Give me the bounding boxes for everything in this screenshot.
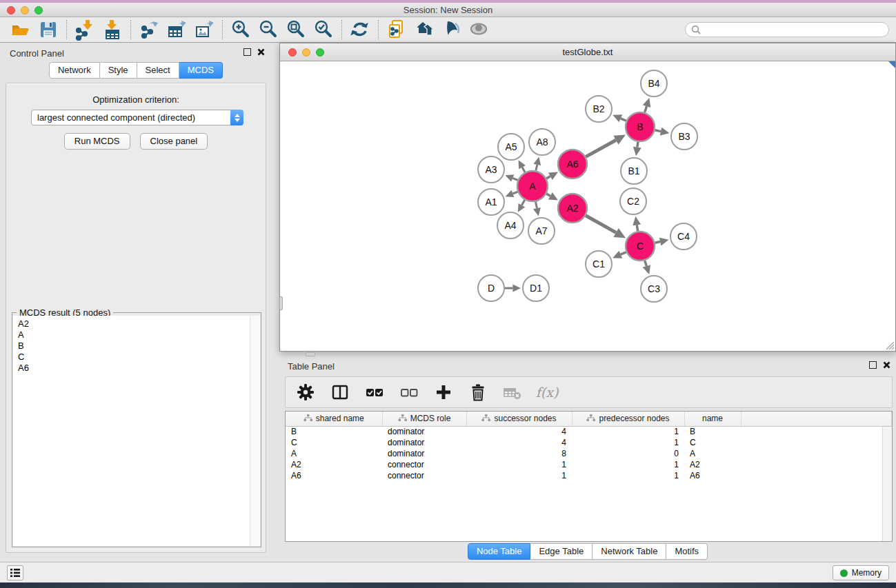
edge-A-A1[interactable] (512, 192, 517, 194)
create-column-button[interactable] (433, 382, 454, 403)
splitter-grip-horizontal[interactable] (306, 352, 315, 356)
table-cell[interactable]: 1 (572, 426, 684, 437)
edge-A-A2[interactable] (546, 194, 550, 196)
graph-node-A5[interactable]: A5 (498, 134, 524, 160)
table-row[interactable]: A2connector11A2 (286, 459, 892, 470)
table-cell[interactable]: A2 (286, 459, 382, 470)
delete-table-button[interactable] (502, 382, 523, 403)
show-all-columns-button[interactable] (364, 382, 385, 403)
result-list-item[interactable]: A (18, 330, 250, 341)
table-row[interactable]: Cdominator41C (286, 437, 892, 448)
graph-node-C1[interactable]: C1 (586, 251, 612, 277)
close-panel-button[interactable]: Close panel (140, 133, 208, 150)
open-session-button[interactable] (7, 19, 34, 41)
zoom-selected-button[interactable] (310, 19, 337, 41)
float-table-panel-icon[interactable] (869, 361, 877, 369)
graph-node-A6[interactable]: A6 (558, 150, 587, 179)
zoom-out-button[interactable] (255, 19, 282, 41)
table-row[interactable]: Adominator80A (286, 448, 892, 459)
split-view-button[interactable] (330, 382, 350, 403)
graph-node-A[interactable]: A (517, 171, 548, 201)
toolbar-search[interactable] (685, 22, 889, 37)
graph-node-A8[interactable]: A8 (529, 129, 555, 155)
graph-node-A4[interactable]: A4 (497, 212, 524, 239)
tab-mcds[interactable]: MCDS (179, 62, 223, 79)
edge-A-A4[interactable] (521, 200, 524, 205)
result-list-item[interactable]: A6 (18, 363, 250, 374)
export-image-button[interactable] (190, 19, 218, 41)
table-scrollbar[interactable] (882, 427, 892, 541)
table-cell[interactable]: 8 (466, 448, 572, 459)
import-network-button[interactable] (71, 19, 99, 41)
table-cell[interactable]: 1 (572, 470, 684, 481)
save-session-button[interactable] (34, 19, 62, 41)
result-list-item[interactable]: C (18, 352, 250, 363)
graph-node-B2[interactable]: B2 (586, 96, 612, 122)
graph-node-A3[interactable]: A3 (478, 156, 504, 183)
graph-node-A7[interactable]: A7 (528, 218, 555, 244)
edge-A6-B[interactable] (586, 140, 616, 156)
table-cell[interactable]: A (286, 448, 382, 459)
result-list-item[interactable]: B (18, 341, 250, 352)
table-cell[interactable]: dominator (382, 448, 466, 459)
table-cell[interactable]: C (684, 437, 741, 448)
edge-C-C1[interactable] (621, 252, 626, 254)
export-table-button[interactable] (163, 19, 190, 41)
graph-node-B1[interactable]: B1 (621, 158, 647, 184)
table-tab-motifs[interactable]: Motifs (666, 543, 708, 560)
close-table-panel-icon[interactable] (883, 361, 890, 369)
table-cell[interactable]: 1 (466, 459, 572, 470)
float-panel-icon[interactable] (243, 48, 251, 56)
table-cell[interactable]: 1 (466, 470, 572, 481)
table-cell[interactable]: 1 (572, 459, 684, 470)
zoom-in-button[interactable] (227, 19, 255, 41)
table-mode-button[interactable] (295, 382, 316, 403)
column-header-predecessor-nodes[interactable]: predecessor nodes (572, 412, 684, 426)
show-hidden-button[interactable] (466, 19, 493, 41)
zoom-fit-button[interactable] (282, 19, 310, 41)
edge-A2-C[interactable] (586, 216, 616, 233)
table-cell[interactable]: A2 (684, 459, 741, 470)
graph-node-B[interactable]: B (626, 112, 655, 141)
tab-style[interactable]: Style (100, 62, 137, 79)
table-row[interactable]: A6connector11A6 (286, 470, 892, 481)
graph-node-B3[interactable]: B3 (671, 123, 697, 150)
table-cell[interactable]: B (684, 426, 741, 437)
table-cell[interactable]: B (286, 426, 382, 437)
new-network-from-selection-button[interactable] (383, 19, 410, 41)
graph-node-D[interactable]: D (478, 275, 504, 301)
edge-A-A5[interactable] (522, 168, 525, 172)
table-cell[interactable]: A6 (684, 470, 741, 481)
resize-grip-icon[interactable] (884, 340, 895, 350)
edge-A-A6[interactable] (546, 176, 550, 179)
table-row[interactable]: Bdominator41B (286, 426, 892, 437)
apply-layout-button[interactable] (346, 19, 374, 41)
graph-node-A1[interactable]: A1 (478, 189, 504, 215)
table-tab-network-table[interactable]: Network Table (593, 543, 666, 560)
graph-node-C3[interactable]: C3 (641, 276, 667, 302)
tab-select[interactable]: Select (137, 62, 179, 79)
hide-all-columns-button[interactable] (399, 382, 419, 403)
edge-A-A8[interactable] (536, 165, 537, 171)
import-table-button[interactable] (99, 19, 126, 41)
graph-node-C2[interactable]: C2 (620, 188, 646, 214)
edge-A-A7[interactable] (536, 202, 537, 208)
run-mcds-button[interactable]: Run MCDS (64, 133, 130, 150)
network-graph[interactable]: B4B2BB3A8A5A6A3B1AC2A1A2A4A7C4CC1C3DD1 (280, 61, 895, 351)
graph-node-C[interactable]: C (626, 232, 655, 261)
edge-C-C2[interactable] (637, 225, 637, 231)
graph-node-A2[interactable]: A2 (558, 194, 587, 223)
table-cell[interactable]: dominator (382, 426, 466, 437)
tab-network[interactable]: Network (49, 62, 100, 79)
table-cell[interactable]: 1 (572, 437, 684, 448)
edge-B-B1[interactable] (637, 142, 638, 148)
search-input[interactable] (704, 24, 883, 35)
column-header-shared-name[interactable]: shared name (286, 412, 382, 426)
table-tab-node-table[interactable]: Node Table (468, 543, 531, 560)
table-cell[interactable]: 0 (572, 448, 684, 459)
export-network-button[interactable] (135, 19, 163, 41)
graph-node-C4[interactable]: C4 (670, 223, 697, 250)
network-canvas[interactable]: B4B2BB3A8A5A6A3B1AC2A1A2A4A7C4CC1C3DD1 (280, 61, 895, 351)
mcds-result-list[interactable]: A2ABCA6 (13, 316, 250, 546)
criterion-select[interactable]: largest connected component (directed) (31, 110, 243, 125)
